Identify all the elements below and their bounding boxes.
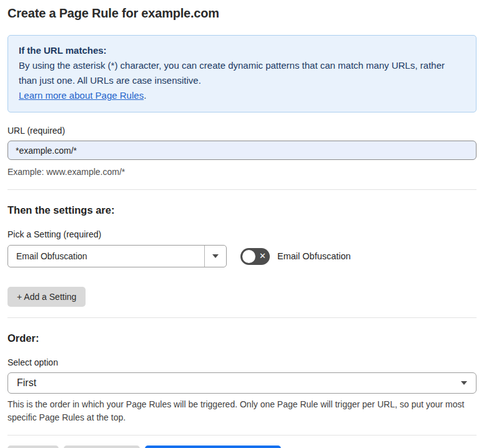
page-title: Create a Page Rule for example.com (7, 0, 477, 21)
email-obfuscation-toggle[interactable]: ✕ (240, 248, 270, 265)
create-page-rule-form: Create a Page Rule for example.com If th… (0, 0, 484, 448)
order-helper-text: This is the order in which your Page Rul… (7, 398, 477, 424)
cancel-button[interactable]: Cancel (7, 446, 59, 448)
save-as-draft-button[interactable]: Save as Draft (64, 446, 141, 448)
url-match-info-box: If the URL matches: By using the asteris… (7, 35, 477, 112)
pick-setting-label: Pick a Setting (required) (7, 229, 477, 239)
url-example-helper: Example: www.example.com/* (7, 166, 477, 179)
setting-row: Email Obfuscation ✕ Email Obfuscation (7, 245, 477, 267)
order-select[interactable]: First (7, 372, 477, 394)
divider (7, 435, 477, 436)
settings-section-heading: Then the settings are: (7, 204, 477, 216)
footer-actions: Cancel Save as Draft Save and Deploy Pag… (7, 446, 477, 448)
url-input[interactable] (7, 141, 477, 160)
add-setting-button[interactable]: + Add a Setting (7, 287, 86, 307)
divider (7, 317, 477, 318)
x-icon: ✕ (259, 252, 266, 260)
caret-down-icon (212, 254, 219, 258)
learn-more-link[interactable]: Learn more about Page Rules (19, 90, 144, 101)
setting-select-arrow-button[interactable] (204, 246, 226, 267)
toggle-label: Email Obfuscation (277, 251, 351, 261)
setting-select[interactable]: Email Obfuscation (7, 245, 227, 267)
caret-down-icon (461, 381, 467, 385)
toggle-knob (242, 250, 255, 263)
order-select-label: Select option (7, 357, 477, 367)
info-box-body: By using the asterisk (*) character, you… (19, 58, 465, 88)
info-box-link-line: Learn more about Page Rules. (19, 88, 465, 103)
order-section-heading: Order: (7, 332, 477, 344)
setting-select-value: Email Obfuscation (8, 251, 87, 261)
link-suffix: . (144, 90, 146, 101)
info-box-heading: If the URL matches: (19, 43, 465, 58)
toggle-group: ✕ Email Obfuscation (240, 248, 351, 265)
url-label: URL (required) (7, 126, 477, 136)
divider (7, 189, 477, 190)
order-select-value: First (17, 377, 36, 389)
save-and-deploy-button[interactable]: Save and Deploy Page Rule (145, 446, 281, 448)
